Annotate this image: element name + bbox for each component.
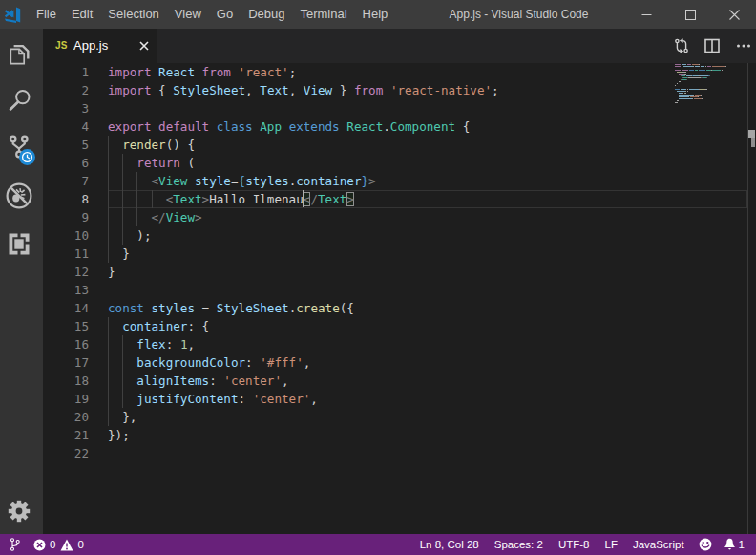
sidebar-item-search[interactable]: [0, 77, 38, 123]
code-token: [195, 319, 202, 333]
split-editor-icon[interactable]: [704, 38, 720, 53]
code-token: (: [180, 156, 195, 170]
minimap-token: [699, 66, 700, 67]
debug-icon: [6, 182, 32, 209]
minimap-token: [699, 64, 700, 65]
code-token: Text: [318, 192, 346, 206]
minimap-token: [722, 70, 723, 71]
minimap[interactable]: [675, 63, 742, 111]
code-token: StyleSheet: [173, 83, 245, 97]
smiley-icon: [699, 538, 712, 551]
editor[interactable]: 12345678910111213141516171819202122 impo…: [43, 63, 756, 534]
status-bar: 0 0 Ln 8, Col 28 Spaces: 2 UTF-8 LF Java…: [0, 534, 756, 555]
line-number: 4: [43, 117, 89, 136]
minimize-button[interactable]: [624, 0, 668, 29]
git-branch-item[interactable]: [10, 534, 33, 555]
clock-icon: [21, 151, 33, 163]
minimap-token: [682, 66, 682, 67]
code-token: Component: [390, 119, 455, 134]
code-line: render() {: [108, 136, 195, 154]
menu-edit[interactable]: Edit: [64, 0, 100, 29]
code-token: [455, 119, 463, 134]
code-token: );: [136, 228, 151, 243]
encoding[interactable]: UTF-8: [551, 539, 598, 550]
problems-item[interactable]: 0 0: [33, 534, 84, 555]
window-title: App.js - Visual Studio Code: [385, 0, 653, 29]
minimap-token: [679, 95, 693, 96]
code-token: ;: [289, 65, 297, 79]
code-token: [108, 174, 152, 188]
minimap-token: [693, 66, 694, 67]
code-token: }: [108, 265, 116, 279]
maximize-button[interactable]: [668, 0, 712, 29]
minimap-token: [690, 96, 698, 97]
line-number: 21: [43, 426, 89, 444]
code-token: () {: [166, 138, 195, 152]
menu-go[interactable]: Go: [209, 0, 241, 29]
window-controls: [624, 0, 756, 29]
manage-button[interactable]: [0, 488, 38, 534]
code-token: :: [245, 355, 253, 370]
minimap-token: [685, 91, 686, 92]
minimap-token: [694, 98, 702, 99]
code-token: },: [122, 410, 136, 424]
code-token: from: [354, 83, 383, 97]
minimap-token: [698, 96, 699, 97]
tab-appjs[interactable]: JS App.js: [43, 29, 157, 63]
menu-view[interactable]: View: [167, 0, 209, 29]
code-token: class: [217, 119, 253, 134]
close-icon: [729, 10, 740, 20]
code-token: [108, 210, 152, 224]
error-count: 0: [50, 539, 55, 550]
sidebar-item-debug[interactable]: [0, 173, 38, 219]
code-token: styles: [152, 301, 196, 315]
sidebar-item-source-control[interactable]: [0, 125, 38, 171]
menu-bar: FileEditSelectionViewGoDebugTerminalHelp: [29, 0, 395, 29]
code-token: render: [122, 138, 166, 152]
code-token: [108, 156, 136, 170]
open-changes-icon[interactable]: [674, 38, 689, 53]
indentation[interactable]: Spaces: 2: [487, 539, 551, 550]
minimap-token: [679, 96, 688, 97]
line-number: 1: [43, 63, 89, 81]
code-line: </View>: [108, 208, 202, 226]
code-token: import: [108, 65, 152, 79]
menu-debug[interactable]: Debug: [241, 0, 292, 29]
line-number: 3: [43, 99, 89, 117]
eol[interactable]: LF: [597, 539, 624, 550]
cursor-position[interactable]: Ln 8, Col 28: [412, 539, 487, 550]
code-line: import { StyleSheet, Text, View } from '…: [108, 81, 499, 99]
line-number: 10: [43, 226, 89, 245]
minimap-token: [681, 89, 686, 90]
line-number: 11: [43, 245, 89, 263]
menu-file[interactable]: File: [29, 0, 64, 29]
sidebar-item-extensions[interactable]: [0, 221, 38, 267]
feedback-item[interactable]: [692, 534, 719, 555]
code-line: alignItems: 'center',: [108, 372, 289, 390]
menu-terminal[interactable]: Terminal: [292, 0, 354, 29]
code-token: [195, 301, 202, 315]
minimap-token: [682, 70, 688, 71]
code-token: [108, 392, 136, 406]
code-token: [144, 301, 152, 315]
files-icon: [10, 43, 30, 65]
code-line: return (: [108, 154, 195, 172]
code-token: [108, 410, 122, 424]
code-token: style: [195, 174, 231, 188]
language-mode[interactable]: JavaScript: [625, 539, 692, 550]
code-token: :: [239, 392, 246, 406]
menu-selection[interactable]: Selection: [100, 0, 166, 29]
code-token: >: [195, 210, 202, 224]
minimap-token: [675, 66, 681, 67]
code-token: ;: [492, 83, 499, 97]
sidebar-item-explorer[interactable]: [0, 31, 38, 76]
line-number: 22: [43, 444, 89, 462]
notifications-item[interactable]: 1: [719, 534, 750, 555]
close-button[interactable]: [712, 0, 756, 29]
status-left: 0 0: [0, 534, 84, 555]
more-actions-icon[interactable]: [736, 38, 751, 53]
code-token: container: [122, 319, 187, 333]
minimap-token: [692, 98, 693, 99]
minimap-token: [677, 83, 678, 84]
tab-close-button[interactable]: [136, 38, 152, 53]
